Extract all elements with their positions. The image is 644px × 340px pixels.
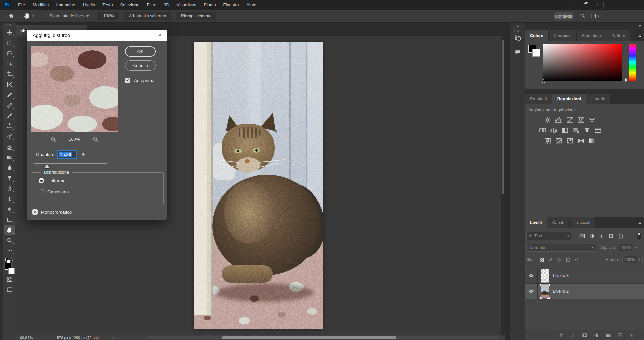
tool-history-brush[interactable] [4,131,15,141]
default-swap-colors[interactable] [5,257,14,262]
dialog-close-button[interactable]: × [158,31,162,39]
panel-menu-icon[interactable]: ≡ [638,33,641,38]
tab-canali[interactable]: Canali [547,217,569,228]
menu-3d[interactable]: 3D [160,0,173,10]
color-lookup-icon[interactable] [594,127,602,134]
quantity-input[interactable]: 15,36 [57,150,77,159]
zoom-out-icon[interactable] [50,136,57,143]
tab-campioni[interactable]: Campioni [549,30,577,41]
quantity-slider-track[interactable] [34,163,107,164]
hand-tool-option[interactable]: ▾ [24,13,34,19]
tool-path-selection[interactable] [4,204,15,214]
quantity-slider-thumb[interactable] [44,164,50,168]
toolbar-grip[interactable] [6,24,13,26]
blend-mode-select[interactable]: Normale ▾ [526,244,596,252]
saturation-brightness-field[interactable] [543,44,622,81]
tab-regolazioni[interactable]: Regolazioni [552,94,586,104]
gradient-map-icon[interactable] [577,137,585,144]
menu-testo[interactable]: Testo [99,0,116,10]
tab-proprieta[interactable]: Proprietà [525,94,552,104]
menu-visualizza[interactable]: Visualizza [173,0,200,10]
tool-eraser[interactable] [4,141,15,152]
tool-rectangular-marquee[interactable] [4,38,15,48]
layer-row-selected[interactable]: Livello 2 [525,284,644,299]
vertical-scrollbar[interactable] [501,36,505,335]
restore-button[interactable] [580,1,591,9]
brightness-contrast-icon[interactable] [544,117,552,123]
black-white-icon[interactable] [561,127,569,134]
layer-visibility-toggle[interactable] [525,268,538,283]
layer-thumbnail[interactable] [541,284,549,298]
radio-gaussian[interactable]: Gaussiana [39,189,69,194]
status-chevron-icon[interactable]: › [113,335,114,340]
invert-icon[interactable] [544,137,552,144]
tool-brush[interactable] [4,110,15,121]
tool-hand[interactable] [4,225,15,235]
tool-move[interactable] [4,27,15,38]
new-adjustment-layer-button[interactable] [593,333,599,338]
panel-menu-icon[interactable]: ≡ [638,96,641,101]
new-layer-button[interactable] [617,333,623,338]
menu-immagine[interactable]: Immagine [52,0,79,10]
hue-slider-arrow[interactable] [625,78,628,82]
channel-mixer-icon[interactable] [583,127,591,134]
cancel-button[interactable]: Annulla [125,60,156,71]
tab-sfumature[interactable]: Sfumature [577,30,606,41]
vibrance-icon[interactable] [588,117,596,123]
minimize-button[interactable]: – [568,1,580,9]
posterize-icon[interactable] [555,137,563,144]
layer-style-button[interactable]: fx [570,333,576,338]
ok-button[interactable]: OK [125,46,156,57]
color-balance-icon[interactable] [550,127,558,134]
radio-uniform[interactable]: Uniforme [39,178,66,183]
preview-checkbox[interactable]: ✓ Anteprima [125,78,155,83]
scroll-all-windows-checkbox[interactable]: Scorri tutte le finestre [43,14,89,18]
dialog-title-bar[interactable]: Aggiungi disturbo × [27,30,167,41]
fill-value[interactable]: 100% [622,256,637,263]
fit-screen-button[interactable]: Adatta allo schermo [124,12,171,20]
menu-modifica[interactable]: Modifica [29,0,52,10]
lock-transparency-icon[interactable] [540,258,544,262]
tab-colore[interactable]: Colore [525,30,549,41]
chevron-down-icon[interactable]: ▾ [32,14,34,18]
layer-name[interactable]: Livello 3 [553,273,569,278]
tool-pen[interactable] [4,183,15,193]
tool-type[interactable]: T [4,193,15,204]
background-color-swatch[interactable] [8,268,15,274]
layer-filter-toggle[interactable] [637,232,641,240]
layer-filter-search[interactable]: Tipo ▾ [526,232,571,240]
search-button[interactable] [580,13,586,19]
tab-librerie[interactable]: Librerie [586,94,611,104]
tool-zoom[interactable] [4,235,15,245]
history-panel-button[interactable] [514,34,522,42]
tool-dodge[interactable] [4,173,15,183]
zoom-in-icon[interactable] [92,136,99,143]
panel-menu-icon[interactable]: ≡ [638,220,641,225]
vertical-scrollbar-thumb[interactable] [502,40,504,194]
layer-thumbnail[interactable] [541,269,549,283]
background-color-swatch[interactable] [532,49,540,57]
tab-tracciati[interactable]: Tracciati [570,217,596,228]
tool-edit-toolbar[interactable] [4,245,15,256]
new-group-button[interactable] [605,333,611,338]
workspace-switcher[interactable]: ▾ [590,13,599,19]
tool-lasso[interactable] [4,48,15,58]
layer-name[interactable]: Livello 2 [553,289,569,294]
noise-preview-thumbnail[interactable] [31,46,118,132]
tool-rectangle[interactable] [4,214,15,225]
rail-grip[interactable] [514,30,521,32]
selective-color-icon[interactable] [588,137,596,144]
menu-file[interactable]: File [14,0,29,10]
tool-blur[interactable] [4,162,15,173]
tool-clone-stamp[interactable] [4,121,15,131]
chevron-down-icon[interactable]: ▾ [633,244,639,251]
share-button[interactable]: Condividi [553,12,574,20]
tool-eyedropper[interactable] [4,90,15,100]
comments-panel-button[interactable] [514,48,522,56]
collapse-panels-button[interactable]: « [510,23,525,28]
home-button[interactable] [8,13,15,19]
expand-panels-button[interactable]: » [639,23,641,28]
zoom-100-button[interactable]: 100% [98,12,119,20]
menu-livello[interactable]: Livello [79,0,99,10]
tool-quick-mask[interactable] [4,274,15,284]
